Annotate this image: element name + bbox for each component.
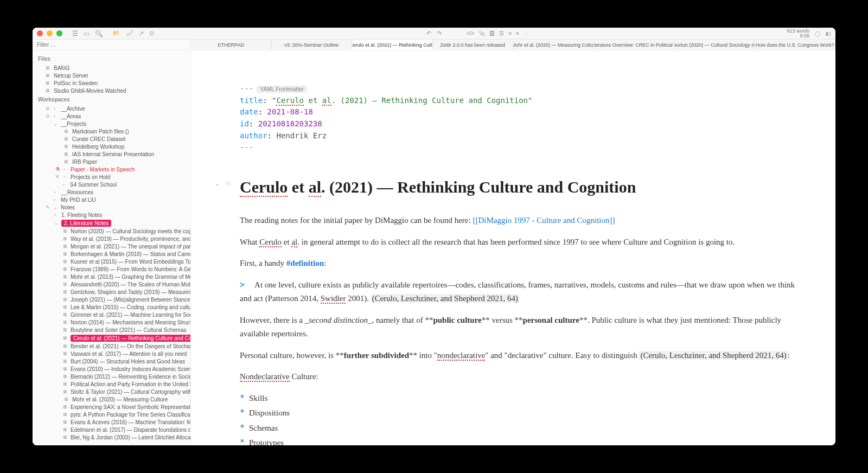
sidebar-file[interactable]: 🗎Studio Ghibli-Movies Watched [33, 87, 190, 94]
sidebar-file[interactable]: 🗎Political Action and Party Formation in… [33, 380, 190, 388]
sidebar-file[interactable]: 🗎Mohr et al. (2020) — Measuring Culture [33, 395, 190, 403]
sidebar-file[interactable]: 🗎BAföG [33, 64, 190, 72]
close-icon[interactable] [37, 30, 43, 36]
more-icon[interactable]: ⋮ [524, 30, 529, 36]
tab[interactable]: Zettlr 2.0.0 has been released [433, 40, 514, 50]
sidebar-file[interactable]: 🗎Lee & Martin (2015) — Coding, counting … [33, 303, 190, 311]
code-icon[interactable]: </> [467, 30, 474, 36]
pomodoro-icon[interactable]: ◯ [815, 31, 820, 36]
attach-icon[interactable]: 📎 [478, 30, 485, 36]
sidebar-file[interactable]: 🗎Grimmer et al. (2021) — Machine Learnin… [33, 311, 190, 318]
tag-icon[interactable]: ⊙ [149, 30, 154, 37]
sidebar-file[interactable]: 🗎Burt (2004) — Structural Holes and Good… [33, 357, 190, 365]
sidebar-file[interactable]: 🗎PolSoc in Sweden [33, 79, 190, 87]
sidebar-file[interactable]: 🗎Stoltz & Taylor (2021) — Cultural Carto… [33, 388, 190, 395]
list-icon[interactable]: ☰ [499, 30, 504, 36]
tab-bar: ETHERPADv3: 20%-Seminar OutlineCerulo et… [191, 40, 835, 50]
sidebar-file[interactable]: 🗎Norton (2014) — Mechanisms and Meaning … [33, 318, 190, 326]
sidebar-file[interactable]: 🗎Netcup Server [33, 72, 190, 79]
back-icon[interactable]: ↶ [426, 30, 431, 37]
layout-icon[interactable]: ▭ [84, 30, 90, 37]
sidebar-file[interactable]: 🗎Vaswani et al. (2017) — Attention is al… [33, 350, 190, 357]
fold-icon[interactable]: ⌄ [215, 178, 220, 189]
sidebar-file[interactable]: 🗎Mohr et al. (2013) — Graphing the Gramm… [33, 273, 190, 280]
tab[interactable]: How does the U.S. Congress Work? [755, 40, 836, 50]
sidebar-file[interactable]: 🗎IAS Internal Seminar Presentation [33, 150, 190, 158]
sidebar-file[interactable]: 🗎Joseph (2021) — (Mis)alignment Between … [33, 296, 190, 303]
sidebar-toggle-icon[interactable]: ☰ [72, 30, 78, 37]
sidebar-item-resources[interactable]: ›__Resources [33, 188, 190, 196]
sidebar-file[interactable]: 🗎Alessandretti (2020) — The Scales of Hu… [33, 280, 190, 288]
sidebar-file[interactable]: 🗎Boutyline and Soter (2021) — Cultural S… [33, 326, 190, 334]
tab[interactable]: Literature Overview: CREC in Political S [594, 40, 675, 50]
sidebar-item-projects[interactable]: ⌄__Projects [33, 120, 190, 127]
sidebar-file[interactable]: 🗎Curate CREC Dataset [33, 135, 190, 143]
editor-pane[interactable]: ---YAML Frontmatter title: "Cerulo et al… [191, 50, 835, 445]
sidebar-file[interactable]: 🗎Evans & Aceves (2016) — Machine Transla… [33, 418, 190, 426]
file-icon: 🗎 [63, 374, 68, 379]
sidebar-item-s4[interactable]: ›S4 Summer School [33, 181, 190, 188]
sidebar-item-lit-notes[interactable]: ⌄2. Literature Notes [33, 219, 190, 227]
sidebar-file[interactable]: 🗎Kusner et al (2015) — From Word Embeddi… [33, 258, 190, 265]
stats-icon[interactable]: 📈 [126, 30, 133, 37]
tab[interactable]: Norton (2020) — Cultural Sociology m [674, 40, 755, 50]
sidebar-file[interactable]: 🗎Blei, Ng & Jordan (2003) — Latent Diric… [33, 433, 190, 441]
tab[interactable]: v3: 20%-Seminar Outline [272, 40, 353, 50]
maximize-icon[interactable] [56, 30, 62, 36]
file-icon: 🗎 [44, 65, 51, 71]
list-item: *Prototypes [240, 436, 797, 445]
sidebar-label: IRB Paper [72, 159, 97, 165]
forward-icon[interactable]: ↷ [437, 30, 442, 37]
sidebar-file[interactable]: 🗎Norton (2020) — Cultural Sociology meet… [33, 227, 190, 235]
tab[interactable]: Cerulo et al. (2021) — Rethinking Cultu [352, 40, 433, 50]
sidebar-label: Way et al. (2019) — Productivity, promin… [71, 236, 190, 242]
sidebar-item-archive[interactable]: ⊘›__Archive [33, 105, 190, 112]
wikilink[interactable]: [[DiMaggio 1997 - Culture and Cognition]… [473, 216, 615, 225]
sidebar-file[interactable]: 🗎Borkenhagen & Martin (2018) — Status an… [33, 250, 190, 258]
sidebar-item-fleeting[interactable]: ›1. Fleeting Notes [33, 211, 190, 219]
sidebar-file[interactable]: 🗎IRB Paper [33, 158, 190, 165]
sidebar-file[interactable]: 🗎Evans (2010) — Industry Induces Academi… [33, 365, 190, 373]
sidebar-file[interactable]: 🗎pyts: A Python Package for Time Series … [33, 411, 190, 418]
sidebar-file[interactable]: 🗎Bender et al. (2021) — On the Dangers o… [33, 342, 190, 350]
image-icon[interactable]: 🖼 [489, 30, 495, 36]
sidebar-file[interactable]: 🗎Heidelberg Workshop [33, 143, 190, 150]
link-icon[interactable]: ↗ [139, 30, 144, 37]
sidebar-item-phd[interactable]: ›My PhD at LiU [33, 196, 190, 203]
tab[interactable]: ETHERPAD [191, 40, 272, 50]
indent-left-icon[interactable]: ≡ [508, 30, 512, 36]
indent-right-icon[interactable]: ≡ [516, 30, 519, 36]
sidebar-item-current-note[interactable]: 🗎Cerulo et al. (2021) — Rethinking Cultu… [33, 334, 190, 342]
sidebar-file[interactable]: 🗎Gentzkow, Shapiro and Taddy (2019) — Me… [33, 288, 190, 296]
sidebar-label: Biernacki (2012) — Reinventing Evidence … [71, 374, 190, 380]
sidebar-file[interactable]: 🗎Markdown Patch files () [33, 127, 190, 135]
hashtag[interactable]: #definition [286, 259, 324, 267]
sidebar-file[interactable]: 🗎Morgan et al. (2021) — The unequal impa… [33, 242, 190, 250]
sidebar-label: Boutyline and Soter (2021) — Cultural Sc… [71, 327, 186, 333]
tab[interactable]: Mohr et al. (2020) — Measuring Cultur [513, 40, 594, 50]
sidebar-item-notes[interactable]: ✎⌄Notes [33, 203, 190, 211]
file-icon: 🗎 [63, 381, 68, 387]
toggle-sidebar-icon[interactable]: ▮▯ [826, 31, 831, 36]
sidebar-label: Kusner et al (2015) — From Word Embeddin… [71, 259, 190, 265]
search-icon[interactable]: 🔍 [95, 30, 103, 37]
workspaces-header: Workspaces [33, 94, 190, 105]
sidebar-label: Evans (2010) — Industry Induces Academic… [71, 366, 190, 372]
heading-1: ⌄ h1 Cerulo et al. (2021) — Rethinking C… [240, 173, 797, 201]
sidebar-label: 1. Fleeting Notes [61, 212, 103, 218]
sidebar-item-paper-markets[interactable]: ⚗›Paper - Markets in Speech [33, 165, 190, 173]
sidebar-label: Grimmer et al. (2021) — Machine Learning… [71, 312, 190, 318]
sidebar-file[interactable]: 🗎Biernacki (2012) — Reinventing Evidence… [33, 373, 190, 380]
sidebar-file[interactable]: 🗎Edelmann et al. (2017) — Disparate foun… [33, 426, 190, 433]
open-icon[interactable]: 📂 [113, 30, 120, 37]
sidebar-file[interactable]: 🗎Franzosi (1989) — From Words to Numbers… [33, 265, 190, 273]
sidebar-file[interactable]: 🗎Experiencing SAX: a Novel Symbolic Repr… [33, 403, 190, 411]
sidebar-file[interactable]: 🗎Way et al. (2019) — Productivity, promi… [33, 235, 190, 242]
file-icon: 🗎 [63, 274, 68, 279]
minimize-icon[interactable] [47, 30, 53, 36]
filter-input[interactable] [33, 40, 191, 50]
sidebar-label: Projects on Hold [71, 174, 110, 180]
file-icon: 🗎 [63, 282, 68, 287]
sidebar-item-areas[interactable]: ⊙›__Areas [33, 112, 190, 120]
sidebar-item-projects-hold[interactable]: ✕›Projects on Hold [33, 173, 190, 181]
